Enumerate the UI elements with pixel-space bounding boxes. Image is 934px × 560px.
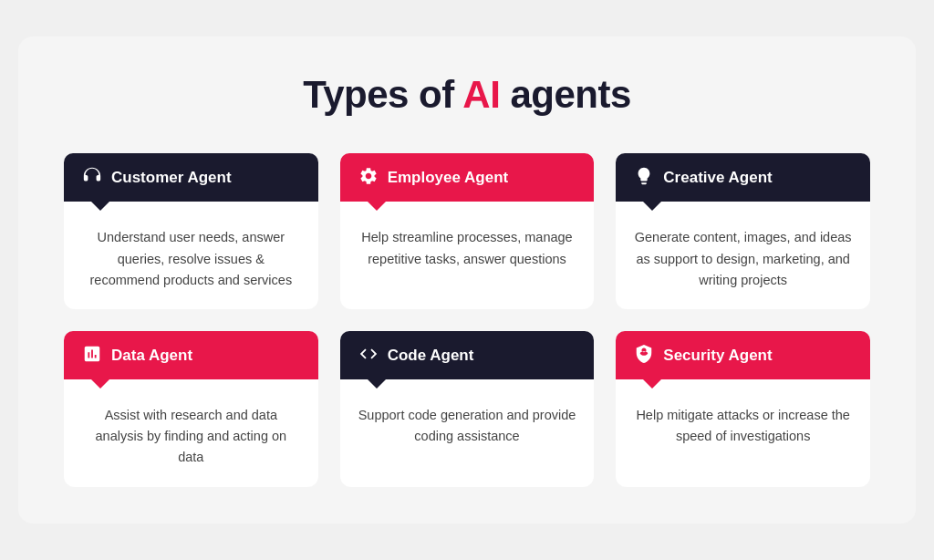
card-creative-agent: Creative AgentGenerate content, images, … bbox=[616, 153, 870, 309]
card-body-code-agent: Support code generation and provide codi… bbox=[340, 379, 595, 465]
cards-grid: Customer AgentUnderstand user needs, ans… bbox=[64, 153, 870, 486]
card-body-employee-agent: Help streamline processes, manage repeti… bbox=[340, 202, 595, 287]
card-header-code-agent: Code Agent bbox=[340, 331, 595, 379]
card-title-security-agent: Security Agent bbox=[663, 347, 772, 365]
card-customer-agent: Customer AgentUnderstand user needs, ans… bbox=[64, 153, 318, 309]
card-data-agent: Data AgentAssist with research and data … bbox=[64, 331, 318, 487]
card-body-creative-agent: Generate content, images, and ideas as s… bbox=[616, 202, 870, 309]
gear-icon bbox=[358, 166, 379, 189]
card-title-customer-agent: Customer Agent bbox=[111, 169, 232, 187]
card-body-security-agent: Help mitigate attacks or increase the sp… bbox=[616, 379, 870, 465]
page-title: Types of AI agents bbox=[64, 73, 870, 117]
card-header-creative-agent: Creative Agent bbox=[616, 153, 870, 202]
card-header-security-agent: Security Agent bbox=[616, 331, 870, 379]
title-suffix: agents bbox=[500, 73, 631, 116]
title-highlight: AI bbox=[462, 73, 500, 116]
title-prefix: Types of bbox=[303, 73, 462, 116]
shield-icon bbox=[634, 344, 654, 367]
card-title-creative-agent: Creative Agent bbox=[663, 169, 772, 187]
main-container: Types of AI agents Customer AgentUnderst… bbox=[18, 36, 916, 523]
code-icon bbox=[358, 344, 379, 367]
card-employee-agent: Employee AgentHelp streamline processes,… bbox=[340, 153, 595, 309]
card-body-data-agent: Assist with research and data analysis b… bbox=[64, 379, 318, 487]
card-code-agent: Code AgentSupport code generation and pr… bbox=[340, 331, 595, 487]
card-header-employee-agent: Employee Agent bbox=[340, 153, 595, 202]
card-header-customer-agent: Customer Agent bbox=[64, 153, 318, 202]
card-body-customer-agent: Understand user needs, answer queries, r… bbox=[64, 202, 318, 309]
lightbulb-icon bbox=[634, 166, 654, 189]
card-security-agent: Security AgentHelp mitigate attacks or i… bbox=[616, 331, 870, 487]
headset-icon bbox=[82, 166, 102, 189]
card-title-code-agent: Code Agent bbox=[388, 347, 474, 365]
data-icon bbox=[82, 344, 102, 367]
card-title-employee-agent: Employee Agent bbox=[388, 169, 509, 187]
card-title-data-agent: Data Agent bbox=[111, 347, 192, 365]
card-header-data-agent: Data Agent bbox=[64, 331, 318, 379]
